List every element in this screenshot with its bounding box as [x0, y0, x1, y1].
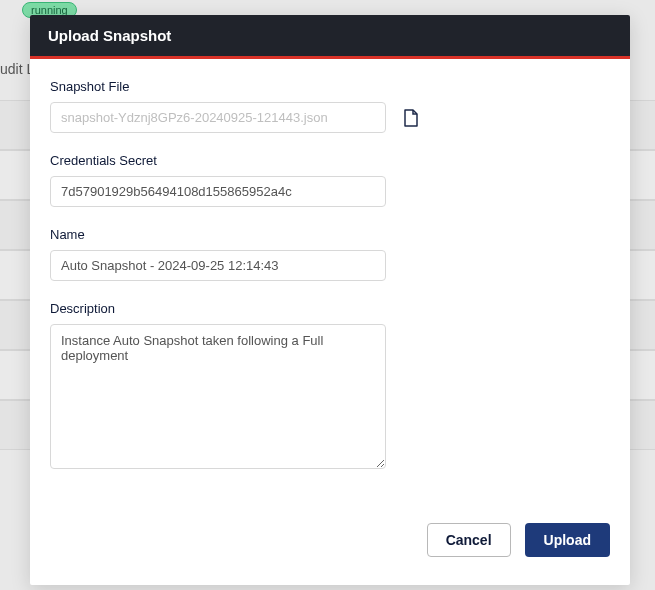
file-icon[interactable]: [404, 109, 418, 127]
upload-button[interactable]: Upload: [525, 523, 610, 557]
name-input[interactable]: [50, 250, 386, 281]
upload-snapshot-modal: Upload Snapshot Snapshot File Credential…: [30, 15, 630, 585]
description-textarea[interactable]: [50, 324, 386, 469]
name-group: Name: [50, 227, 610, 281]
description-label: Description: [50, 301, 610, 316]
credentials-secret-group: Credentials Secret: [50, 153, 610, 207]
snapshot-file-label: Snapshot File: [50, 79, 610, 94]
description-group: Description: [50, 301, 610, 473]
snapshot-file-row: [50, 102, 610, 133]
credentials-secret-label: Credentials Secret: [50, 153, 610, 168]
name-label: Name: [50, 227, 610, 242]
modal-body: Snapshot File Credentials Secret Name De…: [30, 59, 630, 523]
snapshot-file-group: Snapshot File: [50, 79, 610, 133]
credentials-secret-input[interactable]: [50, 176, 386, 207]
modal-title: Upload Snapshot: [30, 15, 630, 59]
modal-footer: Cancel Upload: [30, 523, 630, 585]
cancel-button[interactable]: Cancel: [427, 523, 511, 557]
snapshot-file-input[interactable]: [50, 102, 386, 133]
